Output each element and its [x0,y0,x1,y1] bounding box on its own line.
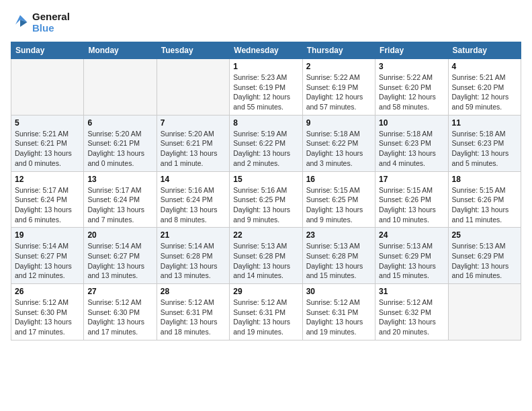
day-number: 19 [15,230,80,240]
day-cell: 22Sunrise: 5:13 AMSunset: 6:28 PMDayligh… [230,228,302,284]
day-info: Sunrise: 5:21 AMSunset: 6:21 PMDaylight:… [15,129,80,169]
day-info: Sunrise: 5:16 AMSunset: 6:25 PMDaylight:… [233,185,298,225]
day-info: Sunrise: 5:16 AMSunset: 6:24 PMDaylight:… [161,185,226,225]
day-info: Sunrise: 5:19 AMSunset: 6:22 PMDaylight:… [233,129,298,169]
day-cell: 8Sunrise: 5:19 AMSunset: 6:22 PMDaylight… [230,115,302,171]
day-info: Sunrise: 5:18 AMSunset: 6:23 PMDaylight:… [379,129,444,169]
day-number: 6 [87,118,152,128]
day-cell: 31Sunrise: 5:12 AMSunset: 6:32 PMDayligh… [375,284,448,340]
day-info: Sunrise: 5:13 AMSunset: 6:29 PMDaylight:… [452,241,517,281]
day-cell: 16Sunrise: 5:15 AMSunset: 6:25 PMDayligh… [302,171,375,228]
day-cell [448,284,521,340]
day-number: 31 [379,287,444,296]
day-info: Sunrise: 5:12 AMSunset: 6:30 PMDaylight:… [15,298,80,337]
day-cell [157,59,229,116]
day-cell: 19Sunrise: 5:14 AMSunset: 6:27 PMDayligh… [11,228,84,284]
day-number: 29 [233,287,298,296]
day-number: 20 [87,230,152,240]
header-monday: Monday [84,42,157,59]
logo-text: General Blue [32,11,70,34]
day-cell: 28Sunrise: 5:12 AMSunset: 6:31 PMDayligh… [157,284,229,340]
day-number: 28 [161,287,226,296]
week-row-2: 5Sunrise: 5:21 AMSunset: 6:21 PMDaylight… [11,115,521,171]
logo: General Blue [11,11,70,34]
day-info: Sunrise: 5:14 AMSunset: 6:28 PMDaylight:… [161,241,226,281]
day-cell: 14Sunrise: 5:16 AMSunset: 6:24 PMDayligh… [157,171,229,228]
header-sunday: Sunday [11,42,84,59]
day-info: Sunrise: 5:14 AMSunset: 6:27 PMDaylight:… [15,241,80,281]
day-cell [11,59,84,116]
day-info: Sunrise: 5:15 AMSunset: 6:25 PMDaylight:… [306,185,371,225]
day-number: 25 [452,230,517,240]
day-cell: 30Sunrise: 5:12 AMSunset: 6:31 PMDayligh… [302,284,375,340]
day-number: 8 [233,118,298,128]
day-cell: 12Sunrise: 5:17 AMSunset: 6:24 PMDayligh… [11,171,84,228]
day-cell: 2Sunrise: 5:22 AMSunset: 6:19 PMDaylight… [302,59,375,116]
day-number: 4 [452,62,517,71]
week-row-4: 19Sunrise: 5:14 AMSunset: 6:27 PMDayligh… [11,228,521,284]
day-info: Sunrise: 5:13 AMSunset: 6:28 PMDaylight:… [306,241,371,281]
day-cell: 11Sunrise: 5:18 AMSunset: 6:23 PMDayligh… [448,115,521,171]
page-header: General Blue [11,11,521,34]
day-info: Sunrise: 5:17 AMSunset: 6:24 PMDaylight:… [87,185,152,225]
day-info: Sunrise: 5:18 AMSunset: 6:22 PMDaylight:… [306,129,371,169]
week-row-1: 1Sunrise: 5:23 AMSunset: 6:19 PMDaylight… [11,59,521,116]
day-info: Sunrise: 5:21 AMSunset: 6:20 PMDaylight:… [452,73,517,112]
day-number: 15 [233,175,298,184]
day-cell: 29Sunrise: 5:12 AMSunset: 6:31 PMDayligh… [230,284,302,340]
day-cell: 5Sunrise: 5:21 AMSunset: 6:21 PMDaylight… [11,115,84,171]
header-wednesday: Wednesday [230,42,302,59]
day-number: 5 [15,118,80,128]
day-number: 13 [87,175,152,184]
header-friday: Friday [375,42,448,59]
day-cell: 20Sunrise: 5:14 AMSunset: 6:27 PMDayligh… [84,228,157,284]
day-cell: 7Sunrise: 5:20 AMSunset: 6:21 PMDaylight… [157,115,229,171]
day-cell: 9Sunrise: 5:18 AMSunset: 6:22 PMDaylight… [302,115,375,171]
day-number: 10 [379,118,444,128]
day-number: 26 [15,287,80,296]
day-info: Sunrise: 5:22 AMSunset: 6:20 PMDaylight:… [379,73,444,112]
day-number: 3 [379,62,444,71]
header-tuesday: Tuesday [157,42,229,59]
day-info: Sunrise: 5:20 AMSunset: 6:21 PMDaylight:… [161,129,226,169]
day-number: 7 [161,118,226,128]
day-info: Sunrise: 5:18 AMSunset: 6:23 PMDaylight:… [452,129,517,169]
day-cell: 18Sunrise: 5:15 AMSunset: 6:26 PMDayligh… [448,171,521,228]
day-number: 11 [452,118,517,128]
day-number: 30 [306,287,371,296]
day-number: 9 [306,118,371,128]
logo-icon [11,13,30,32]
week-row-5: 26Sunrise: 5:12 AMSunset: 6:30 PMDayligh… [11,284,521,340]
day-cell: 23Sunrise: 5:13 AMSunset: 6:28 PMDayligh… [302,228,375,284]
day-info: Sunrise: 5:12 AMSunset: 6:31 PMDaylight:… [161,298,226,337]
day-number: 18 [452,175,517,184]
day-info: Sunrise: 5:20 AMSunset: 6:21 PMDaylight:… [87,129,152,169]
day-number: 12 [15,175,80,184]
day-number: 27 [87,287,152,296]
day-number: 2 [306,62,371,71]
day-number: 14 [161,175,226,184]
day-cell: 25Sunrise: 5:13 AMSunset: 6:29 PMDayligh… [448,228,521,284]
day-cell: 21Sunrise: 5:14 AMSunset: 6:28 PMDayligh… [157,228,229,284]
day-info: Sunrise: 5:12 AMSunset: 6:32 PMDaylight:… [379,298,444,337]
day-cell: 1Sunrise: 5:23 AMSunset: 6:19 PMDaylight… [230,59,302,116]
day-info: Sunrise: 5:23 AMSunset: 6:19 PMDaylight:… [233,73,298,112]
day-number: 1 [233,62,298,71]
header-thursday: Thursday [302,42,375,59]
day-info: Sunrise: 5:14 AMSunset: 6:27 PMDaylight:… [87,241,152,281]
week-row-3: 12Sunrise: 5:17 AMSunset: 6:24 PMDayligh… [11,171,521,228]
day-info: Sunrise: 5:12 AMSunset: 6:30 PMDaylight:… [87,298,152,337]
day-number: 16 [306,175,371,184]
header-saturday: Saturday [448,42,521,59]
day-number: 24 [379,230,444,240]
day-cell: 17Sunrise: 5:15 AMSunset: 6:26 PMDayligh… [375,171,448,228]
day-cell: 26Sunrise: 5:12 AMSunset: 6:30 PMDayligh… [11,284,84,340]
day-info: Sunrise: 5:15 AMSunset: 6:26 PMDaylight:… [379,185,444,225]
day-info: Sunrise: 5:15 AMSunset: 6:26 PMDaylight:… [452,185,517,225]
day-number: 21 [161,230,226,240]
day-info: Sunrise: 5:22 AMSunset: 6:19 PMDaylight:… [306,73,371,112]
day-info: Sunrise: 5:13 AMSunset: 6:29 PMDaylight:… [379,241,444,281]
day-cell: 24Sunrise: 5:13 AMSunset: 6:29 PMDayligh… [375,228,448,284]
day-info: Sunrise: 5:12 AMSunset: 6:31 PMDaylight:… [306,298,371,337]
day-info: Sunrise: 5:17 AMSunset: 6:24 PMDaylight:… [15,185,80,225]
